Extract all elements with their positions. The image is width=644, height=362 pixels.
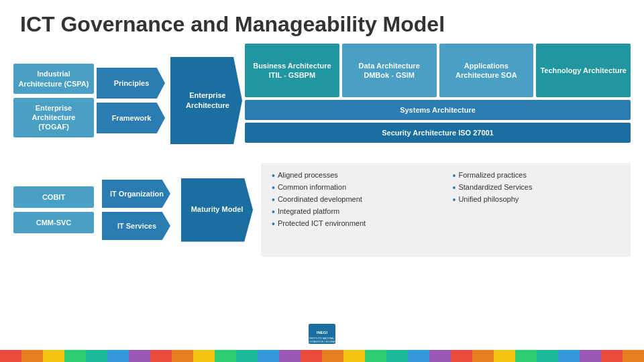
arch-top-row: Business Architecture ITIL - GSBPM Data … <box>245 44 631 97</box>
bullet-icon: • <box>272 195 275 204</box>
benefit-item-1: • Aligned processes <box>272 171 439 180</box>
bullet-icon: • <box>272 207 275 217</box>
inegi-icon: INEGI INSTITUTO NACIONAL DE ESTADÍSTICA … <box>305 320 339 347</box>
bar-segment <box>301 350 322 362</box>
industrial-box: Industrial Architecture (CSPA) <box>13 64 94 94</box>
business-architecture-box: Business Architecture ITIL - GSBPM <box>245 44 339 97</box>
benefits-area: • Aligned processes • Common information… <box>261 163 631 257</box>
security-architecture-row: Security Architecture ISO 27001 <box>245 123 631 143</box>
bar-segment <box>215 350 236 362</box>
benefit-item-4: • Integrated platform <box>272 207 439 217</box>
bullet-icon: • <box>453 183 456 192</box>
bar-segment <box>64 350 86 362</box>
top-section: Industrial Architecture (CSPA) Enterpris… <box>13 44 631 158</box>
maturity-model-arrow: Maturity Model <box>181 178 253 242</box>
inegi-logo: INEGI INSTITUTO NACIONAL DE ESTADÍSTICA … <box>305 320 339 349</box>
bar-segment <box>193 350 215 362</box>
principles-framework-arrows: Principles Framework <box>94 44 168 158</box>
bullet-icon: • <box>453 195 456 204</box>
page-title: ICT Governance and Manageability Model <box>0 0 644 44</box>
benefit-item-5: • Protected ICT environment <box>272 219 439 229</box>
enterprise-togaf-box: Enterprise Architecture (TOGAF) <box>13 98 94 137</box>
bar-segment <box>558 350 580 362</box>
data-architecture-box: Data Architecture DMBok - GSIM <box>342 44 437 97</box>
benefit-item-6: • Formalized practices <box>453 171 621 180</box>
benefits-col-1: • Aligned processes • Common information… <box>272 171 439 249</box>
svg-text:INSTITUTO NACIONAL: INSTITUTO NACIONAL <box>309 337 334 340</box>
bar-segment <box>537 350 558 362</box>
bar-segment <box>279 350 301 362</box>
bar-segment <box>623 350 644 362</box>
bar-segment <box>150 350 172 362</box>
principles-arrow: Principles <box>97 68 165 99</box>
svg-text:DE ESTADÍSTICA Y GEOGRAFÍA: DE ESTADÍSTICA Y GEOGRAFÍA <box>307 341 337 343</box>
bar-segment <box>236 350 258 362</box>
bar-segment <box>580 350 601 362</box>
bar-segment <box>601 350 623 362</box>
architecture-main: Business Architecture ITIL - GSBPM Data … <box>245 44 631 158</box>
bar-segment <box>0 350 21 362</box>
bullet-icon: • <box>272 171 275 180</box>
benefit-item-2: • Common information <box>272 183 439 192</box>
bar-segment <box>107 350 129 362</box>
bottom-color-bar <box>0 350 644 362</box>
bar-segment <box>386 350 408 362</box>
bar-segment <box>451 350 472 362</box>
bullet-icon: • <box>453 171 456 180</box>
svg-text:INEGI: INEGI <box>317 330 328 335</box>
benefits-col-2: • Formalized practices • Standardized Se… <box>453 171 621 249</box>
bar-segment <box>21 350 43 362</box>
it-arrows-column: IT Organization IT Services <box>99 163 173 257</box>
bar-segment <box>472 350 494 362</box>
bar-segment <box>408 350 429 362</box>
bar-segment <box>429 350 451 362</box>
cobit-box: COBIT <box>13 186 94 208</box>
bar-segment <box>43 350 64 362</box>
bar-segment <box>343 350 365 362</box>
it-organization-arrow: IT Organization <box>102 180 170 208</box>
enterprise-architecture-arrow-col: Enterprise Architecture <box>168 44 245 158</box>
left-column: Industrial Architecture (CSPA) Enterpris… <box>13 44 94 158</box>
bar-segment <box>258 350 279 362</box>
bullet-icon: • <box>272 219 275 229</box>
bar-segment <box>515 350 537 362</box>
it-services-arrow: IT Services <box>102 212 170 240</box>
systems-architecture-row: Systems Architecture <box>245 100 631 120</box>
bullet-icon: • <box>272 183 275 192</box>
benefit-item-8: • Unified philosophy <box>453 195 621 204</box>
content-area: Industrial Architecture (CSPA) Enterpris… <box>0 44 644 257</box>
bottom-left-column: COBIT CMM-SVC <box>13 163 94 257</box>
bar-segment <box>365 350 386 362</box>
benefit-item-3: • Coordinated development <box>272 195 439 204</box>
bar-segment <box>322 350 343 362</box>
bar-segment <box>494 350 515 362</box>
enterprise-architecture-arrow: Enterprise Architecture <box>170 57 242 144</box>
bar-segment <box>172 350 193 362</box>
framework-arrow: Framework <box>97 103 165 133</box>
apps-architecture-box: Applications Architecture SOA <box>439 44 534 97</box>
tech-architecture-box: Technology Architecture <box>536 44 631 97</box>
maturity-model-col: Maturity Model <box>178 163 256 257</box>
bar-segment <box>129 350 150 362</box>
bottom-section: COBIT CMM-SVC IT Organization IT Service… <box>13 163 631 257</box>
cmm-box: CMM-SVC <box>13 212 94 233</box>
benefit-item-7: • Standardized Services <box>453 183 621 192</box>
bar-segment <box>86 350 107 362</box>
